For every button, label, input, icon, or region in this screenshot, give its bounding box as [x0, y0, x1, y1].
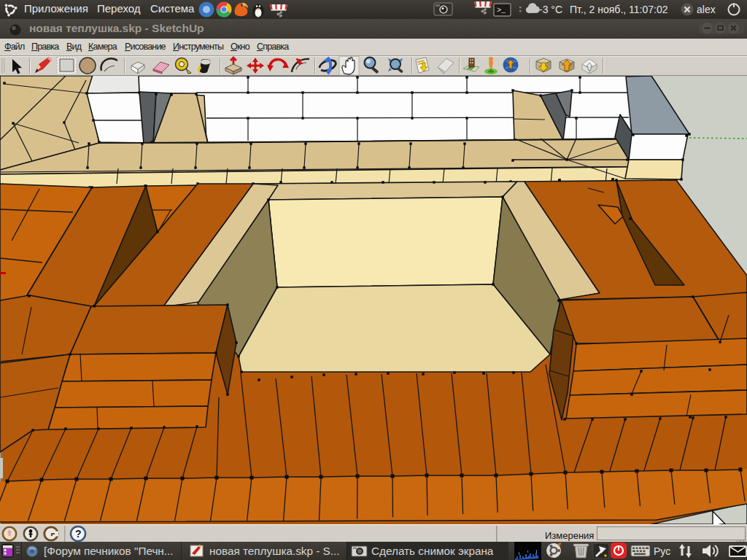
svg-text:?: ?: [75, 528, 82, 540]
svg-text:>_: >_: [497, 7, 506, 15]
svg-text:Пт., 2 нояб., 11:07:02: Пт., 2 нояб., 11:07:02: [570, 4, 668, 15]
svg-text:-3 °C: -3 °C: [539, 4, 562, 15]
svg-text:Рус: Рус: [654, 545, 670, 557]
svg-text:alex: alex: [697, 4, 716, 15]
